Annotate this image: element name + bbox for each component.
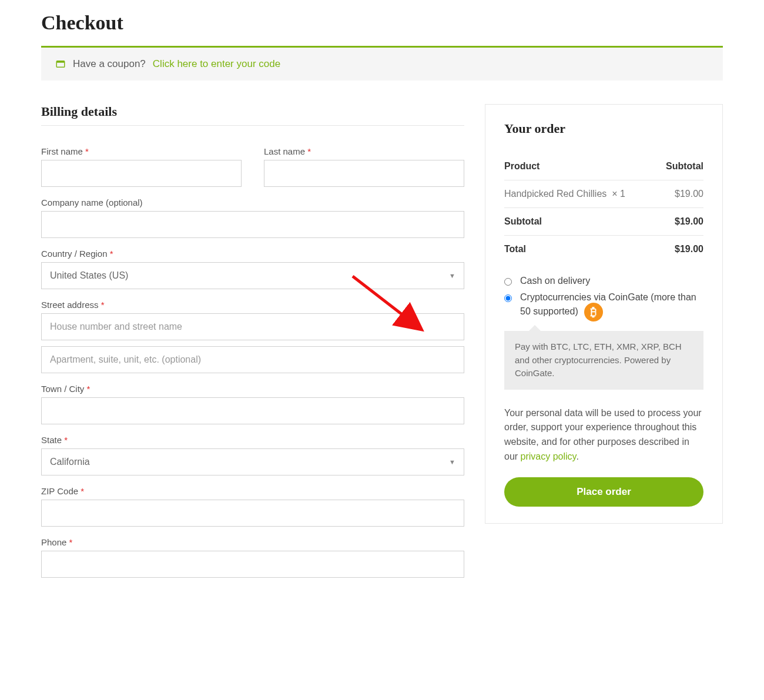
- privacy-policy-link[interactable]: privacy policy: [521, 451, 577, 461]
- subtotal-label: Subtotal: [504, 208, 651, 236]
- billing-heading: Billing details: [41, 104, 464, 126]
- company-input[interactable]: [41, 211, 464, 238]
- country-select[interactable]: United States (US) ▼: [41, 262, 464, 289]
- coupon-question: Have a coupon?: [73, 58, 146, 70]
- coupon-link[interactable]: Click here to enter your code: [153, 58, 280, 70]
- order-item-row: Handpicked Red Chillies × 1 $19.00: [504, 180, 703, 208]
- order-panel: Your order Product Subtotal Handpicked R…: [485, 104, 723, 524]
- col-product: Product: [504, 153, 651, 180]
- country-label: Country / Region *: [41, 249, 464, 259]
- bitcoin-icon: ₿: [584, 303, 603, 321]
- state-label: State *: [41, 435, 464, 445]
- last-name-input[interactable]: [264, 160, 464, 187]
- zip-label: ZIP Code *: [41, 486, 464, 496]
- last-name-label: Last name *: [264, 146, 464, 156]
- phone-label: Phone *: [41, 537, 464, 547]
- street-label: Street address *: [41, 300, 464, 310]
- payment-coingate[interactable]: Cryptocurrencies via CoinGate (more than…: [504, 292, 703, 321]
- street2-input[interactable]: [41, 346, 464, 373]
- country-value: United States (US): [50, 270, 128, 281]
- city-input[interactable]: [41, 397, 464, 424]
- coupon-notice: Have a coupon? Click here to enter your …: [41, 46, 723, 81]
- col-subtotal: Subtotal: [651, 153, 703, 180]
- item-qty: × 1: [612, 189, 625, 199]
- place-order-button[interactable]: Place order: [504, 477, 703, 507]
- order-table: Product Subtotal Handpicked Red Chillies…: [504, 153, 703, 263]
- first-name-label: First name *: [41, 146, 242, 156]
- payment-cod-radio[interactable]: [504, 278, 512, 286]
- coupon-icon: [55, 59, 66, 69]
- payment-coingate-radio[interactable]: [504, 294, 512, 302]
- payment-coingate-label: Cryptocurrencies via CoinGate (more than…: [520, 292, 703, 321]
- chevron-down-icon: ▼: [449, 272, 455, 279]
- chevron-down-icon: ▼: [449, 458, 455, 465]
- subtotal-value: $19.00: [651, 208, 703, 236]
- state-value: California: [50, 457, 90, 467]
- street1-input[interactable]: [41, 313, 464, 340]
- svg-rect-1: [56, 61, 65, 63]
- payment-cod[interactable]: Cash on delivery: [504, 276, 703, 286]
- payment-cod-label: Cash on delivery: [520, 276, 590, 286]
- zip-input[interactable]: [41, 500, 464, 527]
- total-value: $19.00: [651, 236, 703, 263]
- total-label: Total: [504, 236, 651, 263]
- first-name-input[interactable]: [41, 160, 242, 187]
- phone-input[interactable]: [41, 551, 464, 578]
- city-label: Town / City *: [41, 384, 464, 394]
- order-heading: Your order: [504, 121, 703, 142]
- payment-description: Pay with BTC, LTC, ETH, XMR, XRP, BCH an…: [504, 331, 703, 390]
- state-select[interactable]: California ▼: [41, 448, 464, 475]
- privacy-text: Your personal data will be used to proce…: [504, 406, 703, 464]
- item-name: Handpicked Red Chillies: [504, 189, 606, 199]
- company-label: Company name (optional): [41, 197, 464, 207]
- page-title: Checkout: [41, 12, 723, 34]
- item-price: $19.00: [651, 180, 703, 208]
